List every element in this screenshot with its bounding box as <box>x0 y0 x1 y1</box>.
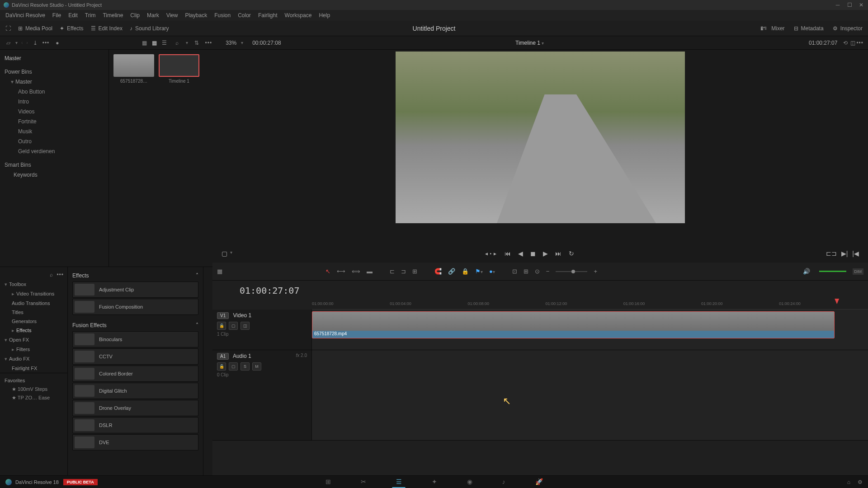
go-end-button[interactable]: ⏭ <box>555 250 561 257</box>
dynamic-trim-tool[interactable]: ⟺ <box>352 268 360 275</box>
edit-page-tab[interactable]: ☰ <box>392 476 406 488</box>
crop-icon[interactable]: ▢ <box>222 250 227 257</box>
import-icon[interactable]: ⤓ <box>32 39 39 47</box>
zoom-in-button[interactable]: + <box>594 268 597 275</box>
video-track-lane[interactable]: 657518728.mp4 <box>312 310 868 350</box>
menu-edit[interactable]: Edit <box>65 12 81 19</box>
deliver-page-tab[interactable]: 🚀 <box>532 476 547 488</box>
menu-color[interactable]: Color <box>234 12 255 19</box>
video-track-header[interactable]: V1 Video 1 🔓 ▢ ◫ 1 Clip <box>212 310 312 350</box>
effect-item[interactable]: CCTV <box>72 348 198 365</box>
search-icon[interactable]: ⌕ <box>173 39 181 47</box>
menu-help[interactable]: Help <box>315 12 334 19</box>
effect-item[interactable]: Digital Glitch <box>72 383 198 399</box>
insert-clip-icon[interactable]: ⊏ <box>390 268 395 275</box>
media-pool-button[interactable]: ⊞Media Pool <box>18 25 52 32</box>
prev-clip-icon[interactable]: |◀ <box>852 250 859 257</box>
blade-tool[interactable]: ▬ <box>367 268 373 275</box>
search-chevron-icon[interactable]: ▾ <box>186 40 188 45</box>
effect-item[interactable]: DSLR <box>72 417 198 433</box>
video-preview[interactable] <box>396 52 685 223</box>
track-tag-v1[interactable]: V1 <box>217 312 229 319</box>
menu-workspace[interactable]: Workspace <box>281 12 316 19</box>
color-page-tab[interactable]: ◉ <box>463 476 476 488</box>
effect-item[interactable]: DVE <box>72 434 198 450</box>
go-start-button[interactable]: ⏮ <box>505 250 511 257</box>
timeline-thumbnail[interactable]: Timeline 1 <box>159 54 199 262</box>
nav-fwd-icon[interactable]: › <box>26 40 28 45</box>
media-page-tab[interactable]: ⊞ <box>322 476 335 488</box>
search-icon[interactable]: ⌕ <box>50 272 53 278</box>
link-icon[interactable]: 🔗 <box>448 268 455 275</box>
menu-mark[interactable]: Mark <box>143 12 163 19</box>
replace-clip-icon[interactable]: ⊞ <box>412 268 417 275</box>
track-tag-a1[interactable]: A1 <box>217 353 229 360</box>
fusion-effects-header[interactable]: Fusion Effects˄ <box>72 319 198 331</box>
trim-tool[interactable]: ⟷ <box>337 268 345 275</box>
lock-track-icon[interactable]: 🔓 <box>217 362 226 371</box>
flag-icon[interactable]: ⚑▾ <box>475 268 483 275</box>
menu-trim[interactable]: Trim <box>81 12 99 19</box>
zoom-fit-icon[interactable]: ⊡ <box>512 268 517 275</box>
mute-button[interactable]: M <box>252 362 261 371</box>
bin-view-icon[interactable]: ▱ <box>5 39 12 47</box>
power-bins-header[interactable]: Power Bins <box>0 67 108 77</box>
timeline-name[interactable]: Timeline 1 ▾ <box>515 40 544 46</box>
keywords-bin[interactable]: Keywords <box>0 170 108 180</box>
bin-item[interactable]: Geld verdienen <box>0 146 108 156</box>
menu-fusion[interactable]: Fusion <box>211 12 234 19</box>
bin-item[interactable]: Fortnite <box>0 117 108 127</box>
favorite-item[interactable]: ★ 100mV Steps <box>5 385 63 394</box>
toolbox-item[interactable]: ▾Toolbox <box>0 280 67 289</box>
playhead[interactable] <box>835 299 839 304</box>
timeline-ruler[interactable]: 01:00:00:00 01:00:04:00 01:00:08:00 01:0… <box>312 299 868 310</box>
nav-back-icon[interactable]: ‹ <box>21 40 23 45</box>
stop-button[interactable]: ◼ <box>530 250 536 257</box>
effects-button[interactable]: ✦Effects <box>60 25 83 32</box>
minimize-button[interactable]: ─ <box>835 2 841 8</box>
fx-options-icon[interactable]: ••• <box>57 272 64 278</box>
loop-button[interactable]: ↻ <box>569 250 574 257</box>
menu-file[interactable]: File <box>49 12 65 19</box>
titles-item[interactable]: Titles <box>0 308 67 317</box>
volume-icon[interactable]: 🔊 <box>803 268 810 275</box>
auto-select-icon[interactable]: ▢ <box>229 362 238 371</box>
zoom-detail-icon[interactable]: ⊞ <box>524 268 528 275</box>
fairlight-fx-item[interactable]: Fairlight FX <box>0 364 67 373</box>
audiofx-item[interactable]: ▾Audio FX <box>0 354 67 364</box>
dim-button[interactable]: DIM <box>853 268 864 275</box>
menu-timeline[interactable]: Timeline <box>99 12 127 19</box>
effect-item[interactable]: Drone Overlay <box>72 400 198 416</box>
effect-item[interactable]: Fusion Composition <box>72 299 198 315</box>
solo-button[interactable]: S <box>241 362 250 371</box>
audio-track-header[interactable]: A1 Audio 1 fx 2.0 🔓 ▢ S M 0 Clip <box>212 350 312 440</box>
video-clip[interactable]: 657518728.mp4 <box>312 311 835 338</box>
video-transitions[interactable]: ▸Video Transitions <box>0 289 67 299</box>
auto-select-icon[interactable]: ▢ <box>229 322 238 330</box>
edit-index-button[interactable]: ☰Edit Index <box>91 25 123 32</box>
menu-playback[interactable]: Playback <box>181 12 211 19</box>
effect-item[interactable]: Adjustment Clip <box>72 282 198 298</box>
effects-item[interactable]: ▸Effects <box>0 326 67 335</box>
audio-transitions[interactable]: Audio Transitions <box>0 299 67 308</box>
metadata-view-icon[interactable]: ▦ <box>141 39 149 47</box>
zoom-percent[interactable]: 33% <box>226 40 236 46</box>
effect-item[interactable]: Binoculars <box>72 331 198 347</box>
disable-track-icon[interactable]: ◫ <box>241 322 250 330</box>
clip-thumbnail[interactable]: 657518728… <box>113 54 154 262</box>
effect-item[interactable]: Colored Border <box>72 366 198 382</box>
close-button[interactable]: ✕ <box>858 2 864 8</box>
maximize-button[interactable]: ☐ <box>846 2 853 8</box>
favorite-item[interactable]: ★ TP ZO… Ease <box>5 394 63 402</box>
bin-item[interactable]: Musik <box>0 127 108 136</box>
overwrite-clip-icon[interactable]: ⊐ <box>401 268 406 275</box>
marker-icon[interactable]: ●▾ <box>489 268 495 275</box>
lock-icon[interactable]: 🔒 <box>462 268 469 275</box>
lock-track-icon[interactable]: 🔓 <box>217 322 226 330</box>
crop-chevron-icon[interactable]: ▾ <box>230 250 232 257</box>
sound-library-button[interactable]: ♪Sound Library <box>130 25 169 32</box>
chevron-down-icon[interactable]: ▾ <box>15 40 18 45</box>
menu-davinci[interactable]: DaVinci Resolve <box>2 12 49 19</box>
match-frame-icon[interactable]: ⊏⊐ <box>826 250 837 257</box>
effects-section-header[interactable]: Effects˄ <box>72 270 198 282</box>
